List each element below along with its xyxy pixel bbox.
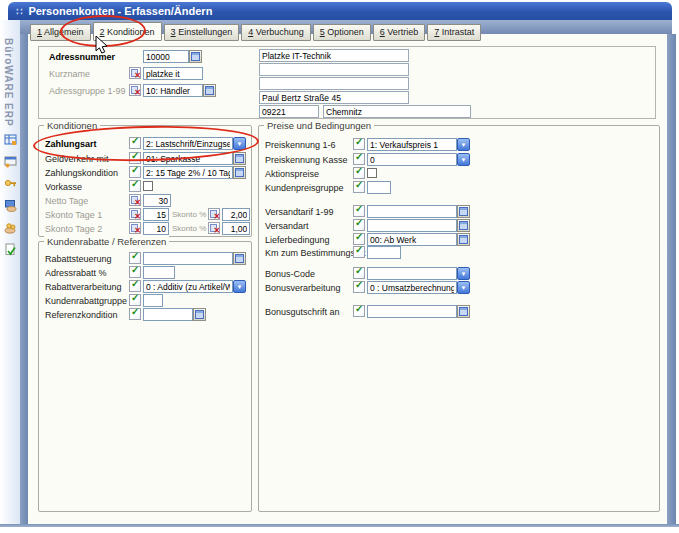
row-km-bestimmungsort: Km zum Bestimmungsort [265,246,657,259]
bonus-code-input[interactable] [367,267,457,280]
edit-field-icon[interactable] [129,180,141,192]
edit-field-icon[interactable] [129,166,141,178]
plz-input[interactable] [259,105,319,118]
bonusverarbeitung-label: Bonusverarbeitung [265,283,341,293]
vorkasse-checkbox[interactable] [143,181,153,191]
clear-field-icon[interactable] [129,222,141,234]
strasse-input[interactable] [259,91,409,104]
clear-field-icon[interactable] [129,67,141,79]
kundenrabattgruppe-input[interactable] [143,294,163,307]
aktionspreise-checkbox[interactable] [367,168,377,178]
versandart-lookup-button[interactable] [457,219,470,232]
preiskennung-kasse-input[interactable] [367,153,457,166]
bonusgutschrift-input[interactable] [367,305,457,318]
km-bestimmungsort-input[interactable] [367,246,401,259]
adressrabatt-input[interactable] [143,266,175,279]
skonto-prozent-2-input[interactable] [222,222,250,235]
skonto-tage-1-input[interactable] [143,208,169,221]
clear-field-icon[interactable] [129,194,141,206]
preiskennung-input[interactable] [367,138,457,151]
card-hand-icon[interactable] [4,199,17,212]
edit-field-icon[interactable] [353,281,365,293]
edit-field-icon[interactable] [129,280,141,292]
clear-field-icon[interactable] [208,208,220,220]
tab-verbuchung[interactable]: 4 Verbuchung [241,24,311,41]
edit-field-icon[interactable] [353,181,365,193]
tab-vertrieb[interactable]: 6 Vertrieb [373,24,426,41]
zahlungsart-dropdown-button[interactable] [233,137,246,150]
versandart-input[interactable] [367,219,457,232]
table-icon[interactable] [4,133,17,146]
name3-input[interactable] [259,77,409,90]
referenzkondition-lookup-button[interactable] [193,308,206,321]
tab-allgemein[interactable]: 1 Allgemein [30,24,91,41]
hand-coins-icon[interactable] [4,221,17,234]
kurzname-input[interactable] [143,67,203,80]
kundenpreisgruppe-input[interactable] [367,181,391,194]
bonus-code-dropdown-button[interactable] [457,267,470,280]
edit-field-icon[interactable] [129,266,141,278]
bonusgutschrift-lookup-button[interactable] [457,305,470,318]
row-skonto-tage-2: Skonto Tage 2 Skonto % [45,222,249,235]
edit-field-icon[interactable] [129,308,141,320]
adressnummer-lookup-button[interactable] [189,50,202,63]
edit-field-icon[interactable] [353,305,365,317]
doc-check-icon[interactable] [4,243,17,256]
edit-field-icon[interactable] [353,153,365,165]
title-bar[interactable]: ∷ Personenkonten - Erfassen/Ändern [8,2,672,20]
referenzkondition-label: Referenzkondition [45,310,118,320]
name2-input[interactable] [259,63,409,76]
adressgruppe-input[interactable] [143,84,203,97]
zahlungskondition-input[interactable] [143,166,233,179]
clear-field-icon[interactable] [129,84,141,96]
netto-tage-input[interactable] [143,194,171,207]
tab-optionen[interactable]: 5 Optionen [313,24,371,41]
tab-einstellungen[interactable]: 3 Einstellungen [164,24,240,41]
lieferbedingung-input[interactable] [367,233,457,246]
window-icon[interactable] [4,155,17,168]
kurzname-label: Kurzname [49,69,90,79]
key-icon[interactable] [4,177,17,190]
edit-field-icon[interactable] [129,152,141,164]
tab-konditionen[interactable]: 2 Konditionen [93,22,162,41]
versandtarif-input[interactable] [367,205,457,218]
name1-input[interactable] [259,49,409,62]
preiskennung-kasse-dropdown-button[interactable] [457,153,470,166]
geldverkehr-lookup-button[interactable] [233,152,246,165]
edit-field-icon[interactable] [353,205,365,217]
bonusverarbeitung-dropdown-button[interactable] [457,281,470,294]
bonusverarbeitung-input[interactable] [367,281,457,294]
clear-field-icon[interactable] [208,222,220,234]
skonto-prozent-1-input[interactable] [222,208,250,221]
edit-field-icon[interactable] [353,138,365,150]
versandtarif-lookup-button[interactable] [457,205,470,218]
edit-field-icon[interactable] [353,167,365,179]
lieferbedingung-lookup-button[interactable] [457,233,470,246]
edit-field-icon[interactable] [129,294,141,306]
edit-field-icon[interactable] [129,252,141,264]
preiskennung-dropdown-button[interactable] [457,138,470,151]
skonto-tage-2-input[interactable] [143,222,169,235]
geldverkehr-input[interactable] [143,152,233,165]
rabattverarbeitung-dropdown-button[interactable] [233,280,246,293]
edit-field-icon[interactable] [353,219,365,231]
row-versandtarif: Versandtarif 1-99 [265,205,657,218]
adressnummer-input[interactable] [143,50,189,63]
edit-field-icon[interactable] [353,246,365,258]
clear-field-icon[interactable] [129,208,141,220]
rabattsteuerung-lookup-button[interactable] [233,252,246,265]
rabattverarbeitung-input[interactable] [143,280,233,293]
ort-input[interactable] [323,105,471,118]
row-zahlungskondition: Zahlungskondition [45,166,249,179]
edit-field-icon[interactable] [353,267,365,279]
skonto-prozent-label: Skonto % [172,210,206,219]
adressgruppe-lookup-button[interactable] [203,84,216,97]
tab-intrastat[interactable]: 7 Intrastat [427,24,481,41]
zahlungskondition-lookup-button[interactable] [233,166,246,179]
rabattsteuerung-input[interactable] [143,252,233,265]
referenzkondition-input[interactable] [143,308,193,321]
edit-field-icon[interactable] [129,137,141,149]
row-adressrabatt: Adressrabatt % [45,266,249,279]
zahlungsart-input[interactable] [143,137,233,150]
row-aktionspreise: Aktionspreise [265,167,657,180]
